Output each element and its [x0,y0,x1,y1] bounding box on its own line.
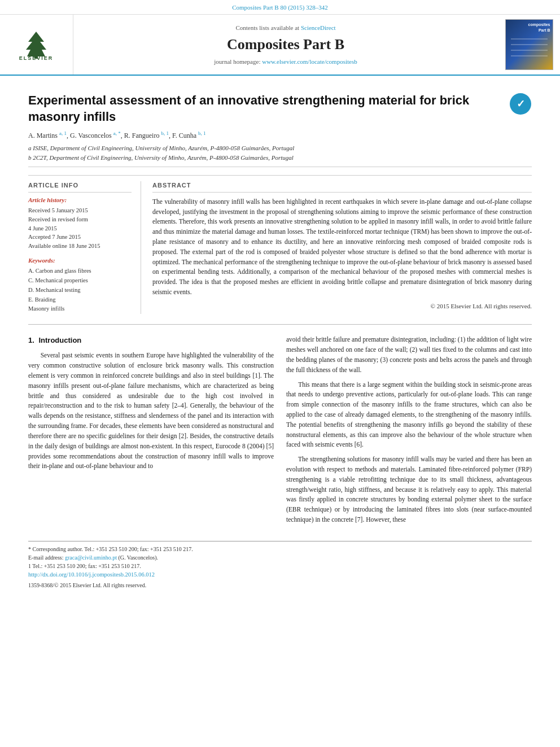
received-date: Received 5 January 2015 [28,206,132,215]
doi-line: http://dx.doi.org/10.1016/j.jcompositesb… [28,570,532,579]
keyword-5: Masonry infills [28,304,132,314]
affiliation-b: b 2C2T, Department of Civil Engineering,… [28,153,501,163]
accepted-date: Accepted 7 June 2015 [28,233,132,242]
journal-info-center: Contents lists available at ScienceDirec… [73,15,498,75]
footnote-tel: 1 Tel.: +351 253 510 200; fax: +351 253 … [28,562,532,570]
keywords-list: A. Carbon and glass fibres C. Mechanical… [28,267,132,314]
cover-graphic [508,33,550,64]
sciencedirect-line: Contents lists available at ScienceDirec… [235,24,335,32]
svg-marker-1 [26,32,46,56]
keyword-1: A. Carbon and glass fibres [28,267,132,276]
intro-para-2: avoid their brittle failure and prematur… [286,335,532,375]
elsevier-logo: ELSEVIER [18,29,55,60]
abstract-text: The vulnerability of masonry infill wall… [152,197,532,298]
affiliations: a ISISE, Department of Civil Engineering… [28,143,501,162]
footnote-email: E-mail address: graca@civil.uminho.pt (G… [28,553,532,562]
keywords-label: Keywords: [28,256,132,265]
intro-para-3: This means that there is a large segment… [286,380,532,451]
main-content: Experimental assessment of an innovative… [0,76,560,600]
doi-link[interactable]: http://dx.doi.org/10.1016/j.jcompositesb… [28,571,155,578]
received-revised-label: Received in revised form [28,215,132,224]
section1-title: 1. Introduction [28,335,274,346]
issn-line: 1359-8368/© 2015 Elsevier Ltd. All right… [28,581,532,589]
article-info-heading: ARTICLE INFO [28,181,132,192]
footnote-corresponding: * Corresponding author. Tel.: +351 253 5… [28,545,532,553]
homepage-link[interactable]: www.elsevier.com/locate/compositesb [262,58,357,65]
intro-para-1: Several past seismic events in southern … [28,351,274,471]
journal-header: ELSEVIER Contents lists available at Sci… [0,15,560,76]
journal-citation: Composites Part B 80 (2015) 328–342 [232,4,328,11]
abstract-heading: ABSTRACT [152,181,532,192]
section-divider [28,324,532,325]
received-revised-date: 4 June 2015 [28,224,132,233]
copyright-notice: © 2015 Elsevier Ltd. All rights reserved… [152,302,532,311]
crossmark-icon: ✓ [512,95,529,112]
svg-text:ELSEVIER: ELSEVIER [19,55,54,60]
email-link[interactable]: graca@civil.uminho.pt [65,554,117,561]
journal-cover-area: compositesPart B [498,15,560,75]
journal-homepage-line: journal homepage: www.elsevier.com/locat… [214,58,357,66]
elsevier-logo-area: ELSEVIER [0,15,73,75]
footnote-area: * Corresponding author. Tel.: +351 253 5… [28,541,532,589]
crossmark-badge: ✓ [509,93,532,115]
keyword-4: E. Braiding [28,295,132,305]
affiliation-a: a ISISE, Department of Civil Engineering… [28,143,501,153]
intro-para-4: The strengthening solutions for masonry … [286,455,532,525]
journal-cover-image: compositesPart B [505,19,553,70]
keyword-3: D. Mechanical testing [28,286,132,295]
top-bar: Composites Part B 80 (2015) 328–342 [0,0,560,15]
svg-rect-3 [508,33,550,64]
elsevier-tree-icon: ELSEVIER [18,29,55,60]
journal-title: Composites Part B [227,34,344,55]
available-online-date: Available online 18 June 2015 [28,242,132,251]
article-title-section: Experimental assessment of an innovative… [28,86,532,167]
authors-line: A. Martins a, 1, G. Vasconcelos a, *, R.… [28,130,501,141]
keyword-2: C. Mechanical properties [28,276,132,286]
article-title: Experimental assessment of an innovative… [28,93,501,125]
body-column-right: avoid their brittle failure and prematur… [286,335,532,530]
sciencedirect-link[interactable]: ScienceDirect [301,24,336,31]
body-column-left: 1. Introduction Several past seismic eve… [28,335,274,530]
article-info-panel: ARTICLE INFO Article history: Received 5… [28,181,141,314]
abstract-panel: ABSTRACT The vulnerability of masonry in… [152,181,532,314]
article-history-label: Article history: [28,196,132,204]
body-columns: 1. Introduction Several past seismic eve… [28,335,532,530]
info-abstract-columns: ARTICLE INFO Article history: Received 5… [28,175,532,314]
svg-text:✓: ✓ [517,98,525,110]
